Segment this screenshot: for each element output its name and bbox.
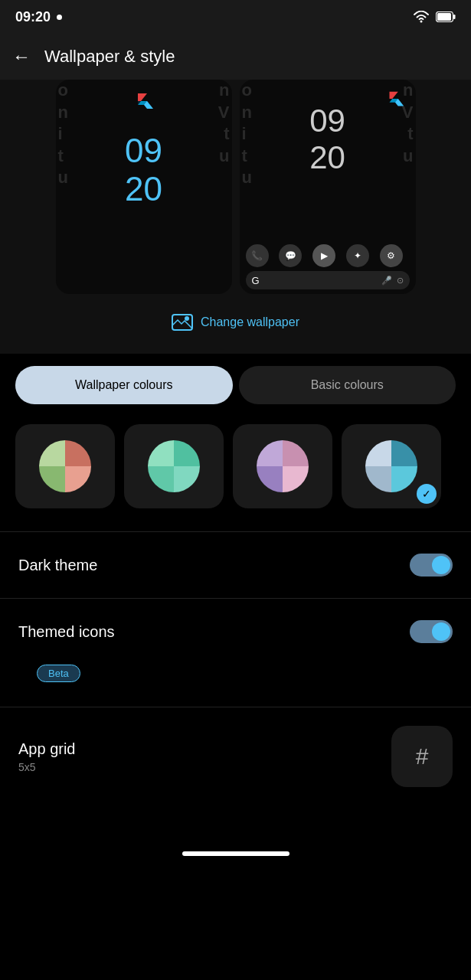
swatch-1-circle — [38, 439, 93, 494]
swatch-3-circle — [255, 439, 310, 494]
top-bar: ← Wallpaper & style — [0, 34, 471, 80]
themed-icons-label: Themed icons — [18, 623, 115, 641]
app-grid-text: App grid 5x5 — [18, 740, 76, 773]
flutter-logo-preview2 — [384, 87, 407, 113]
svg-rect-1 — [437, 13, 451, 21]
swatch-1[interactable] — [15, 424, 115, 508]
swatch-4-selected-check: ✓ — [417, 484, 437, 504]
dark-theme-label: Dark theme — [18, 557, 97, 574]
battery-icon — [436, 11, 456, 22]
dark-theme-toggle-knob — [432, 556, 450, 574]
app-grid-icon: # — [416, 743, 429, 769]
swatch-2[interactable] — [124, 424, 224, 508]
svg-marker-3 — [138, 93, 147, 101]
beta-badge-container: Beta — [0, 665, 471, 707]
tab-wallpaper-colours[interactable]: Wallpaper colours — [15, 366, 233, 404]
change-wallpaper-label: Change wallpaper — [201, 315, 299, 329]
themed-icons-section: Themed icons Beta — [0, 599, 471, 707]
swatch-3[interactable] — [233, 424, 332, 508]
change-wallpaper-icon — [172, 314, 193, 331]
status-icons — [413, 11, 456, 23]
svg-point-11 — [185, 316, 189, 321]
svg-rect-2 — [453, 15, 456, 19]
status-dot — [57, 15, 62, 20]
beta-badge: Beta — [37, 665, 80, 682]
swatch-2-circle — [146, 439, 201, 494]
themed-icons-toggle-knob — [432, 622, 450, 641]
swatches-row: ✓ — [0, 416, 471, 531]
wallpaper-preview-section: onitu nVtu 09 20 — [0, 80, 471, 354]
back-button[interactable]: ← — [12, 46, 31, 67]
wallpaper-preview-1[interactable]: onitu nVtu 09 20 — [56, 80, 232, 294]
preview2-icons: 📞 💬 ▶ ✦ ⚙ G 🎤 ⊙ — [240, 240, 416, 294]
tab-basic-colours[interactable]: Basic colours — [239, 366, 456, 404]
app-grid-icon-box[interactable]: # — [391, 726, 453, 787]
themed-icons-toggle[interactable] — [410, 620, 453, 643]
change-wallpaper-button[interactable]: Change wallpaper — [156, 306, 315, 338]
preview2-time: 09 20 — [240, 103, 416, 176]
flutter-logo-preview1 — [132, 89, 156, 116]
status-time: 09:20 — [15, 9, 51, 25]
dark-theme-toggle[interactable] — [410, 554, 453, 577]
swatch-4-circle — [364, 439, 419, 494]
svg-marker-7 — [389, 92, 397, 99]
app-grid-title: App grid — [18, 740, 76, 758]
wallpaper-preview-2[interactable]: onitu nVtu 09 20 📞 💬 — [240, 80, 416, 294]
bottom-nav — [0, 836, 471, 865]
app-grid-subtitle: 5x5 — [18, 761, 76, 773]
swatch-4[interactable]: ✓ — [342, 424, 441, 508]
wifi-icon — [413, 11, 430, 23]
status-bar: 09:20 — [0, 0, 471, 34]
app-grid-row[interactable]: App grid 5x5 # — [0, 707, 471, 805]
nav-pill — [182, 851, 289, 856]
tabs-container: Wallpaper colours Basic colours — [0, 354, 471, 416]
dark-theme-row: Dark theme — [0, 532, 471, 598]
themed-icons-row: Themed icons — [0, 599, 471, 665]
page-title: Wallpaper & style — [44, 47, 175, 67]
wallpaper-actions: Change wallpaper — [0, 294, 471, 354]
preview1-bottom — [56, 285, 232, 294]
